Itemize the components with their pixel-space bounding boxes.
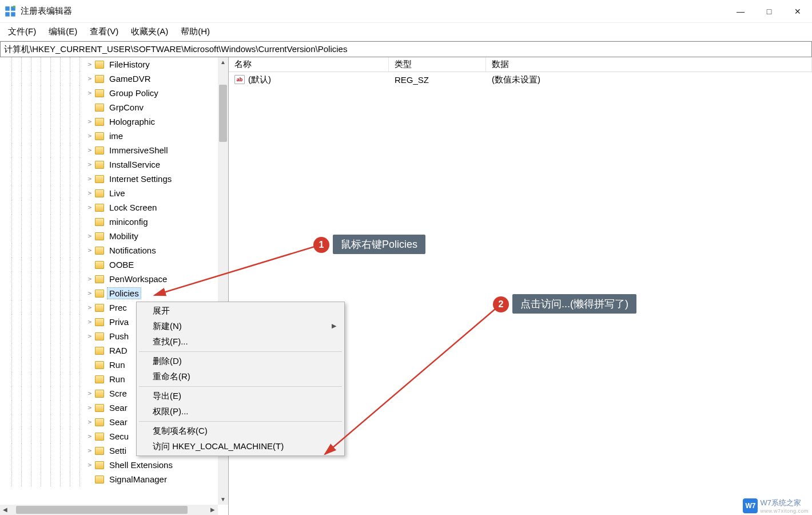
expand-icon[interactable]: > — [86, 318, 94, 326]
expand-icon[interactable]: > — [86, 332, 94, 340]
annotation-text-1: 鼠标右键Policies — [333, 235, 425, 254]
folder-icon — [95, 89, 104, 97]
ctx-sep — [139, 421, 342, 422]
expand-icon[interactable]: > — [86, 118, 94, 125]
tree-item-installservice[interactable]: >InstallService — [0, 157, 217, 172]
watermark-text: W7系统之家 — [760, 498, 801, 507]
titlebar: 注册表编辑器 — □ ✕ — [0, 0, 812, 23]
tree-item-gamedvr[interactable]: >GameDVR — [0, 72, 217, 86]
tree-item-signalmanager[interactable]: SignalManager — [0, 472, 217, 486]
tree-item-immersiveshell[interactable]: >ImmersiveShell — [0, 143, 217, 157]
tree-hscrollbar[interactable]: ◀ ▶ — [0, 505, 218, 515]
tree-item-live[interactable]: >Live — [0, 186, 217, 200]
menu-view[interactable]: 查看(V) — [86, 25, 122, 38]
ctx-new[interactable]: 新建(N) ▶ — [137, 319, 344, 334]
tree-item-policies[interactable]: >Policies — [0, 286, 217, 300]
hscroll-thumb[interactable] — [16, 506, 188, 514]
vscroll-thumb[interactable] — [219, 85, 227, 142]
expand-icon[interactable]: > — [86, 161, 94, 168]
ctx-export[interactable]: 导出(E) — [137, 389, 344, 404]
ctx-goto-hklm[interactable]: 访问 HKEY_LOCAL_MACHINE(T) — [137, 439, 344, 454]
expand-icon[interactable]: > — [86, 247, 94, 254]
ctx-copy-keyname[interactable]: 复制项名称(C) — [137, 423, 344, 439]
menu-edit[interactable]: 编辑(E) — [45, 25, 81, 38]
minimize-button[interactable]: — — [726, 0, 755, 23]
expand-icon[interactable]: > — [86, 204, 94, 211]
tree-item-oobe[interactable]: OOBE — [0, 258, 217, 272]
tree-item-label: InstallService — [108, 159, 162, 170]
menu-file[interactable]: 文件(F) — [5, 25, 39, 38]
col-header-data[interactable]: 数据 — [486, 57, 812, 72]
expand-icon[interactable]: > — [86, 175, 94, 183]
tree-item-filehistory[interactable]: >FileHistory — [0, 57, 217, 72]
close-button[interactable]: ✕ — [783, 0, 812, 23]
tree-item-label: Priva — [108, 316, 130, 327]
expand-icon[interactable]: > — [86, 304, 94, 311]
address-bar[interactable]: 计算机\HKEY_CURRENT_USER\SOFTWARE\Microsoft… — [0, 41, 812, 57]
folder-icon — [95, 146, 104, 154]
expand-icon[interactable]: > — [86, 447, 94, 454]
tree-item-label: GrpConv — [108, 102, 145, 113]
regedit-icon — [5, 6, 16, 17]
tree-item-lock-screen[interactable]: >Lock Screen — [0, 200, 217, 215]
svg-rect-0 — [5, 6, 10, 11]
tree-item-notifications[interactable]: >Notifications — [0, 243, 217, 258]
value-data: (数值未设置) — [486, 74, 812, 85]
ctx-find[interactable]: 查找(F)... — [137, 334, 344, 350]
expand-icon[interactable]: > — [86, 89, 94, 97]
expand-icon[interactable]: > — [86, 404, 94, 411]
maximize-button[interactable]: □ — [755, 0, 783, 23]
folder-icon — [95, 261, 104, 269]
expand-icon[interactable]: > — [86, 390, 94, 397]
value-row[interactable]: ab (默认) REG_SZ (数值未设置) — [229, 72, 812, 87]
tree-item-label: Sear — [108, 417, 129, 427]
tree-item-label: miniconfig — [108, 216, 150, 227]
expand-icon[interactable]: > — [86, 132, 94, 140]
col-header-name[interactable]: 名称 — [229, 57, 389, 72]
string-value-icon: ab — [234, 75, 245, 84]
tree-item-grpconv[interactable]: GrpConv — [0, 100, 217, 114]
context-menu: 展开 新建(N) ▶ 查找(F)... 删除(D) 重命名(R) 导出(E) 权… — [136, 302, 345, 456]
tree-item-internet-settings[interactable]: >Internet Settings — [0, 172, 217, 186]
ctx-expand[interactable]: 展开 — [137, 303, 344, 319]
menu-help[interactable]: 帮助(H) — [177, 25, 213, 38]
tree-item-label: ImmersiveShell — [108, 145, 170, 156]
tree-item-mobility[interactable]: >Mobility — [0, 229, 217, 243]
expand-icon[interactable]: > — [86, 433, 94, 440]
content-area: >FileHistory>GameDVR>Group PolicyGrpConv… — [0, 57, 812, 515]
tree-item-label: Scre — [108, 388, 129, 399]
ctx-permissions[interactable]: 权限(P)... — [137, 404, 344, 419]
folder-icon — [95, 218, 104, 226]
tree-item-label: Shell Extensions — [108, 459, 174, 470]
folder-icon — [95, 118, 104, 126]
tree-item-label: FileHistory — [108, 59, 152, 70]
expand-icon[interactable]: > — [86, 232, 94, 240]
folder-icon — [95, 204, 104, 212]
tree-item-group-policy[interactable]: >Group Policy — [0, 86, 217, 100]
tree-item-label: PenWorkspace — [108, 274, 169, 284]
annotation-number-1: 1 — [313, 237, 329, 253]
folder-icon — [95, 304, 104, 312]
ctx-delete[interactable]: 删除(D) — [137, 354, 344, 369]
expand-icon[interactable]: > — [86, 75, 94, 82]
tree-item-miniconfig[interactable]: miniconfig — [0, 215, 217, 229]
address-path: 计算机\HKEY_CURRENT_USER\SOFTWARE\Microsoft… — [4, 44, 347, 55]
menu-favorites[interactable]: 收藏夹(A) — [128, 25, 172, 38]
ctx-rename[interactable]: 重命名(R) — [137, 369, 344, 385]
tree-item-shell-extensions[interactable]: >Shell Extensions — [0, 458, 217, 472]
tree-item-ime[interactable]: >ime — [0, 129, 217, 143]
folder-icon — [95, 75, 104, 83]
tree-item-penworkspace[interactable]: >PenWorkspace — [0, 272, 217, 286]
expand-icon[interactable]: > — [86, 461, 94, 469]
col-header-type[interactable]: 类型 — [389, 57, 486, 72]
tree-item-holographic[interactable]: >Holographic — [0, 114, 217, 129]
expand-icon[interactable]: > — [86, 290, 94, 297]
svg-rect-2 — [5, 12, 10, 17]
expand-icon[interactable]: > — [86, 146, 94, 154]
expand-icon[interactable]: > — [86, 189, 94, 197]
expand-icon[interactable]: > — [86, 418, 94, 426]
expand-icon[interactable]: > — [86, 275, 94, 283]
folder-icon — [95, 447, 104, 455]
folder-icon — [95, 375, 104, 383]
expand-icon[interactable]: > — [86, 61, 94, 68]
